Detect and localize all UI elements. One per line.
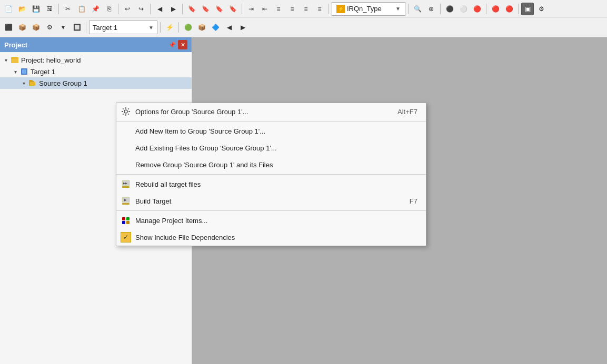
extra2-btn[interactable]: 🔴 xyxy=(503,3,515,15)
sep6 xyxy=(329,4,329,14)
redo-btn[interactable]: ↪ xyxy=(135,3,147,15)
add-new-icon xyxy=(121,126,131,136)
paste2-btn[interactable]: ⎘ xyxy=(103,3,115,15)
project-label: Project: hello_world xyxy=(20,56,81,64)
menu-item-add-new[interactable]: Add New Item to Group 'Source Group 1'..… xyxy=(116,123,426,139)
menu-item-options-group[interactable]: Options for Group 'Source Group 1'... Al… xyxy=(116,103,426,120)
paste-btn[interactable]: 📌 xyxy=(89,3,102,15)
project-panel-title: Project xyxy=(4,41,27,49)
save-all-btn[interactable]: 🖫 xyxy=(43,3,56,15)
extra-btn[interactable]: 🔴 xyxy=(489,3,502,15)
bm3-btn[interactable]: 🔖 xyxy=(213,3,225,15)
sep1 xyxy=(58,4,59,14)
svg-rect-13 xyxy=(128,108,130,110)
svg-rect-24 xyxy=(122,217,125,220)
copy-btn[interactable]: 📋 xyxy=(75,3,88,15)
add-existing-icon xyxy=(121,143,131,153)
add-existing-label: Add Existing Files to Group 'Source Grou… xyxy=(135,144,417,152)
open-file-btn[interactable]: 📂 xyxy=(16,3,28,15)
svg-rect-26 xyxy=(122,221,125,224)
source-group-label: Source Group 1 xyxy=(38,79,87,87)
sep9 xyxy=(486,4,486,14)
show-include-checkbox[interactable]: ✓ xyxy=(121,232,131,242)
settings-btn[interactable]: ⚙ xyxy=(535,3,548,15)
t2-action4[interactable]: 🔷 xyxy=(209,21,222,34)
menu-sep2 xyxy=(116,174,426,175)
nav-back-btn[interactable]: ◀ xyxy=(153,3,166,15)
options-group-icon xyxy=(121,106,131,117)
nav-fwd-btn[interactable]: ▶ xyxy=(167,3,180,15)
cut-btn[interactable]: ✂ xyxy=(62,3,74,15)
tree-expand-source-group[interactable]: ▾ xyxy=(20,79,27,87)
t2-action1[interactable]: ⚡ xyxy=(163,21,176,34)
t2-btn2[interactable]: 📦 xyxy=(16,21,28,34)
t2-action6[interactable]: ▶ xyxy=(236,21,249,34)
t2-btn1[interactable]: ⬛ xyxy=(2,21,15,34)
irq-icon: ⚡ xyxy=(336,5,345,13)
dot1-btn[interactable]: ⚫ xyxy=(443,3,456,15)
new-file-btn[interactable]: 📄 xyxy=(2,3,15,15)
t2-action5[interactable]: ◀ xyxy=(223,21,235,34)
panel-pin-btn[interactable]: 📌 xyxy=(167,40,177,49)
target-label-tree: Target 1 xyxy=(29,68,55,76)
browse2-btn[interactable]: ⊕ xyxy=(425,3,437,15)
view-btn[interactable]: ▣ xyxy=(521,3,534,15)
target-label: Target 1 xyxy=(93,24,146,32)
indent2-btn[interactable]: ⇤ xyxy=(258,3,271,15)
sep3 xyxy=(150,4,151,14)
remove-group-label: Remove Group 'Source Group 1' and its Fi… xyxy=(135,161,417,169)
dot2-btn[interactable]: ⚪ xyxy=(457,3,470,15)
sep8 xyxy=(440,4,441,14)
save-btn[interactable]: 💾 xyxy=(29,3,42,15)
bm1-btn[interactable]: 🔖 xyxy=(185,3,198,15)
menu-item-remove-group[interactable]: Remove Group 'Source Group 1' and its Fi… xyxy=(116,156,426,173)
irq-selector[interactable]: ⚡ IRQn_Type ▼ xyxy=(332,2,405,16)
svg-point-7 xyxy=(124,110,127,113)
undo-btn[interactable]: ↩ xyxy=(121,3,134,15)
menu-item-show-include[interactable]: ✓ Show Include File Dependencies xyxy=(116,229,426,246)
menu-sep3 xyxy=(116,210,426,211)
indent1-btn[interactable]: ⇥ xyxy=(245,3,257,15)
menu-item-build[interactable]: ▶ Build Target F7 xyxy=(116,193,426,209)
show-include-label: Show Include File Dependencies xyxy=(135,234,417,241)
svg-rect-3 xyxy=(22,69,26,74)
bm2-btn[interactable]: 🔖 xyxy=(199,3,212,15)
t2-btn3[interactable]: 📦 xyxy=(29,21,42,34)
panel-close-btn[interactable]: ✕ xyxy=(178,40,187,49)
t2-action3[interactable]: 📦 xyxy=(195,21,208,34)
tree-item-source-group[interactable]: ▾ Source Group 1 xyxy=(0,77,192,89)
tree-item-target[interactable]: ▾ Target 1 xyxy=(0,66,192,77)
svg-rect-25 xyxy=(126,217,130,220)
indent4-btn[interactable]: ≡ xyxy=(286,3,298,15)
t2-btn6[interactable]: 🔲 xyxy=(71,21,83,34)
tree-item-project[interactable]: ▾ Project: hello_world xyxy=(0,54,192,66)
svg-rect-22 xyxy=(122,203,130,205)
t2-btn4[interactable]: ⚙ xyxy=(43,21,56,34)
tree-expand-project[interactable]: ▾ xyxy=(2,56,9,64)
indent5-btn[interactable]: ≡ xyxy=(300,3,312,15)
menu-sep1 xyxy=(116,121,426,122)
build-shortcut: F7 xyxy=(410,197,417,205)
browse1-btn[interactable]: 🔍 xyxy=(411,3,424,15)
toolbar-container: 📄 📂 💾 🖫 ✂ 📋 📌 ⎘ ↩ ↪ ◀ ▶ 🔖 🔖 🔖 🔖 ⇥ ⇤ ≡ ≡ … xyxy=(0,0,607,37)
menu-item-rebuild[interactable]: ▶▶ Rebuild all target files xyxy=(116,176,426,193)
rebuild-icon: ▶▶ xyxy=(121,179,131,189)
add-new-label: Add New Item to Group 'Source Group 1'..… xyxy=(135,127,417,135)
tree-expand-target[interactable]: ▾ xyxy=(12,68,19,75)
sep7 xyxy=(408,4,409,14)
svg-rect-18 xyxy=(122,186,130,188)
t2-btn5[interactable]: ▾ xyxy=(57,21,69,34)
indent6-btn[interactable]: ≡ xyxy=(313,3,326,15)
indent3-btn[interactable]: ≡ xyxy=(272,3,285,15)
manage-label: Manage Project Items... xyxy=(135,217,417,225)
menu-item-manage[interactable]: Manage Project Items... xyxy=(116,212,426,229)
menu-item-add-existing[interactable]: Add Existing Files to Group 'Source Grou… xyxy=(116,139,426,156)
target-selector[interactable]: Target 1 ▼ xyxy=(89,21,157,34)
project-panel-header: Project 📌 ✕ xyxy=(0,37,192,52)
svg-rect-9 xyxy=(125,114,126,116)
dot3-btn[interactable]: 🔴 xyxy=(471,3,483,15)
bm4-btn[interactable]: 🔖 xyxy=(226,3,239,15)
svg-rect-6 xyxy=(30,82,35,86)
t2-action2[interactable]: 🟢 xyxy=(182,21,194,34)
t2-sep1 xyxy=(86,22,86,33)
